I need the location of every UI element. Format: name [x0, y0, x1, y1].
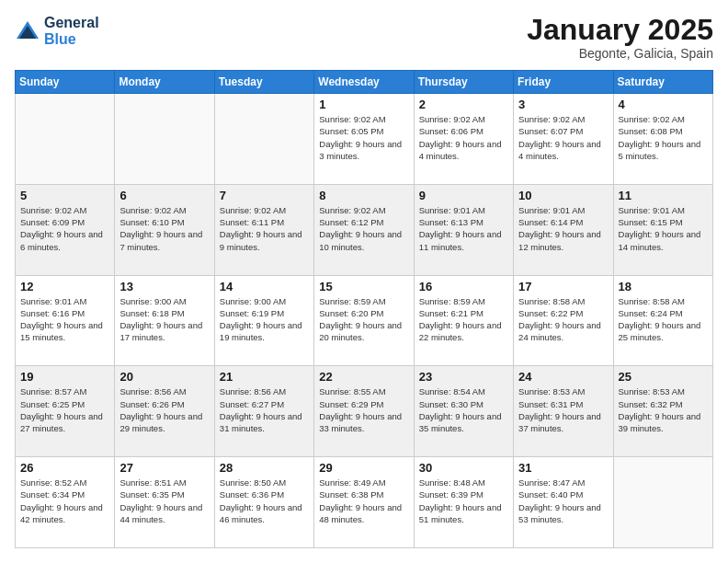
calendar-cell: 21Sunrise: 8:56 AMSunset: 6:27 PMDayligh… [214, 366, 313, 457]
day-info: Sunrise: 9:00 AMSunset: 6:18 PMDaylight:… [119, 295, 209, 344]
calendar-table: SundayMondayTuesdayWednesdayThursdayFrid… [15, 70, 713, 548]
calendar-cell: 5Sunrise: 9:02 AMSunset: 6:09 PMDaylight… [16, 184, 115, 275]
calendar-cell: 6Sunrise: 9:02 AMSunset: 6:10 PMDaylight… [115, 184, 214, 275]
calendar-cell: 1Sunrise: 9:02 AMSunset: 6:05 PMDaylight… [314, 94, 414, 185]
day-number: 6 [119, 189, 209, 202]
day-number: 21 [220, 370, 309, 384]
calendar-cell: 18Sunrise: 8:58 AMSunset: 6:24 PMDayligh… [613, 275, 712, 366]
day-number: 11 [619, 189, 708, 202]
weekday-header-friday: Friday [514, 71, 613, 94]
calendar-cell: 12Sunrise: 9:01 AMSunset: 6:16 PMDayligh… [16, 275, 115, 366]
day-number: 14 [220, 280, 309, 293]
day-info: Sunrise: 8:53 AMSunset: 6:31 PMDaylight:… [518, 385, 608, 434]
day-number: 18 [619, 280, 708, 293]
calendar-cell [214, 94, 313, 185]
calendar-cell: 31Sunrise: 8:47 AMSunset: 6:40 PMDayligh… [514, 457, 613, 548]
calendar-cell [16, 94, 115, 185]
day-number: 5 [20, 189, 109, 202]
logo-icon [15, 18, 40, 44]
calendar-cell: 26Sunrise: 8:52 AMSunset: 6:34 PMDayligh… [16, 457, 115, 548]
day-info: Sunrise: 8:53 AMSunset: 6:32 PMDaylight:… [619, 385, 708, 434]
day-number: 23 [419, 370, 508, 384]
day-number: 28 [220, 461, 309, 475]
day-info: Sunrise: 8:49 AMSunset: 6:38 PMDaylight:… [319, 477, 408, 525]
calendar-cell: 9Sunrise: 9:01 AMSunset: 6:13 PMDaylight… [414, 184, 513, 275]
day-number: 3 [518, 98, 608, 111]
day-number: 2 [419, 98, 508, 111]
day-number: 16 [419, 280, 508, 293]
weekday-header-wednesday: Wednesday [314, 71, 414, 94]
day-info: Sunrise: 9:02 AMSunset: 6:08 PMDaylight:… [619, 113, 708, 162]
day-number: 17 [518, 280, 608, 293]
week-row-1: 1Sunrise: 9:02 AMSunset: 6:05 PMDaylight… [16, 94, 713, 185]
day-number: 13 [119, 280, 209, 293]
day-info: Sunrise: 9:02 AMSunset: 6:11 PMDaylight:… [220, 204, 309, 253]
calendar-cell: 11Sunrise: 9:01 AMSunset: 6:15 PMDayligh… [613, 184, 712, 275]
day-number: 20 [119, 370, 209, 384]
weekday-header-tuesday: Tuesday [214, 71, 313, 94]
day-info: Sunrise: 9:01 AMSunset: 6:13 PMDaylight:… [419, 204, 508, 253]
location: Begonte, Galicia, Spain [527, 46, 713, 61]
day-number: 22 [319, 370, 408, 384]
day-info: Sunrise: 9:00 AMSunset: 6:19 PMDaylight:… [220, 295, 309, 344]
weekday-header-monday: Monday [115, 71, 214, 94]
month-title: January 2025 [527, 15, 713, 44]
day-info: Sunrise: 8:50 AMSunset: 6:36 PMDaylight:… [220, 477, 309, 525]
calendar-cell: 19Sunrise: 8:57 AMSunset: 6:25 PMDayligh… [16, 366, 115, 457]
calendar-cell: 28Sunrise: 8:50 AMSunset: 6:36 PMDayligh… [214, 457, 313, 548]
day-info: Sunrise: 8:59 AMSunset: 6:20 PMDaylight:… [319, 295, 408, 344]
calendar-cell: 30Sunrise: 8:48 AMSunset: 6:39 PMDayligh… [414, 457, 513, 548]
calendar-cell: 24Sunrise: 8:53 AMSunset: 6:31 PMDayligh… [514, 366, 613, 457]
calendar-cell: 8Sunrise: 9:02 AMSunset: 6:12 PMDaylight… [314, 184, 414, 275]
day-number: 27 [119, 461, 209, 475]
logo-text: General Blue [44, 15, 99, 47]
day-number: 26 [20, 461, 109, 475]
calendar-cell: 20Sunrise: 8:56 AMSunset: 6:26 PMDayligh… [115, 366, 214, 457]
calendar-cell: 3Sunrise: 9:02 AMSunset: 6:07 PMDaylight… [514, 94, 613, 185]
day-number: 30 [419, 461, 508, 475]
day-info: Sunrise: 9:02 AMSunset: 6:10 PMDaylight:… [119, 204, 209, 253]
day-number: 29 [319, 461, 408, 475]
calendar-cell: 25Sunrise: 8:53 AMSunset: 6:32 PMDayligh… [613, 366, 712, 457]
calendar-cell: 15Sunrise: 8:59 AMSunset: 6:20 PMDayligh… [314, 275, 414, 366]
day-info: Sunrise: 9:02 AMSunset: 6:07 PMDaylight:… [518, 113, 608, 162]
weekday-header-saturday: Saturday [613, 71, 712, 94]
header: General Blue January 2025 Begonte, Galic… [15, 15, 713, 61]
day-info: Sunrise: 9:02 AMSunset: 6:05 PMDaylight:… [319, 113, 408, 162]
day-number: 1 [319, 98, 408, 111]
day-info: Sunrise: 8:58 AMSunset: 6:24 PMDaylight:… [619, 295, 708, 344]
day-number: 4 [619, 98, 708, 111]
calendar-cell: 2Sunrise: 9:02 AMSunset: 6:06 PMDaylight… [414, 94, 513, 185]
day-info: Sunrise: 8:52 AMSunset: 6:34 PMDaylight:… [20, 477, 109, 525]
day-number: 8 [319, 189, 408, 202]
day-number: 9 [419, 189, 508, 202]
day-number: 12 [20, 280, 109, 293]
week-row-4: 19Sunrise: 8:57 AMSunset: 6:25 PMDayligh… [16, 366, 713, 457]
day-number: 19 [20, 370, 109, 384]
day-info: Sunrise: 8:54 AMSunset: 6:30 PMDaylight:… [419, 385, 508, 434]
calendar-cell: 17Sunrise: 8:58 AMSunset: 6:22 PMDayligh… [514, 275, 613, 366]
page: General Blue January 2025 Begonte, Galic… [0, 0, 728, 563]
day-info: Sunrise: 8:51 AMSunset: 6:35 PMDaylight:… [119, 477, 209, 525]
calendar-cell [115, 94, 214, 185]
calendar-cell: 27Sunrise: 8:51 AMSunset: 6:35 PMDayligh… [115, 457, 214, 548]
calendar-cell: 13Sunrise: 9:00 AMSunset: 6:18 PMDayligh… [115, 275, 214, 366]
title-block: January 2025 Begonte, Galicia, Spain [527, 15, 713, 61]
day-info: Sunrise: 8:56 AMSunset: 6:27 PMDaylight:… [220, 385, 309, 434]
day-number: 10 [518, 189, 608, 202]
calendar-cell: 23Sunrise: 8:54 AMSunset: 6:30 PMDayligh… [414, 366, 513, 457]
day-info: Sunrise: 9:02 AMSunset: 6:06 PMDaylight:… [419, 113, 508, 162]
day-info: Sunrise: 9:01 AMSunset: 6:15 PMDaylight:… [619, 204, 708, 253]
day-number: 15 [319, 280, 408, 293]
day-info: Sunrise: 8:58 AMSunset: 6:22 PMDaylight:… [518, 295, 608, 344]
calendar-cell: 10Sunrise: 9:01 AMSunset: 6:14 PMDayligh… [514, 184, 613, 275]
weekday-header-sunday: Sunday [16, 71, 115, 94]
calendar-cell: 4Sunrise: 9:02 AMSunset: 6:08 PMDaylight… [613, 94, 712, 185]
week-row-5: 26Sunrise: 8:52 AMSunset: 6:34 PMDayligh… [16, 457, 713, 548]
weekday-header-row: SundayMondayTuesdayWednesdayThursdayFrid… [16, 71, 713, 94]
week-row-2: 5Sunrise: 9:02 AMSunset: 6:09 PMDaylight… [16, 184, 713, 275]
day-info: Sunrise: 8:59 AMSunset: 6:21 PMDaylight:… [419, 295, 508, 344]
day-info: Sunrise: 8:47 AMSunset: 6:40 PMDaylight:… [518, 477, 608, 525]
day-number: 25 [619, 370, 708, 384]
calendar-cell [613, 457, 712, 548]
